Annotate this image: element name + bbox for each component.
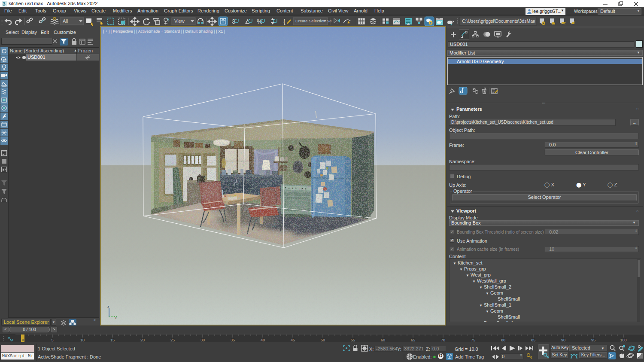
svg-text:30: 30 [200,338,205,342]
svg-text:3: 3 [3,1,6,6]
svg-text:75: 75 [471,338,475,342]
svg-text:{: { [283,18,286,25]
svg-text:45: 45 [291,338,295,342]
svg-text:35: 35 [231,338,235,342]
svg-text:C:\Users\griggsl\Documents\3ds: C:\Users\griggsl\Documents\3dsMax [462,18,535,24]
svg-text:100: 100 [620,338,626,342]
svg-text:15: 15 [110,338,115,342]
svg-text:65: 65 [411,338,415,342]
svg-text:20: 20 [140,338,145,342]
svg-text:70: 70 [441,338,445,342]
svg-text:x: x [115,316,117,319]
svg-text:0: 0 [22,338,24,342]
svg-text:10: 10 [80,338,85,342]
svg-text:25: 25 [170,338,175,342]
svg-text:55: 55 [351,338,355,342]
svg-text:%: % [257,18,262,25]
svg-text:z: z [107,304,109,308]
svg-text:50: 50 [321,338,325,342]
svg-text:60: 60 [381,338,385,342]
svg-text:3: 3 [201,18,203,22]
svg-text:85: 85 [531,338,535,342]
svg-text:5: 5 [51,338,53,342]
svg-text:95: 95 [591,338,595,342]
svg-text:40: 40 [261,338,265,342]
svg-text:Create Selection Se: Create Selection Se [295,18,332,23]
svg-text:80: 80 [501,338,505,342]
svg-text:View: View [174,18,185,24]
svg-text:[ + ] [ Perspective ] [ Active: [ + ] [ Perspective ] [ ActiveShade + St… [103,29,225,33]
svg-text:90: 90 [561,338,565,342]
svg-text:All: All [63,18,68,24]
